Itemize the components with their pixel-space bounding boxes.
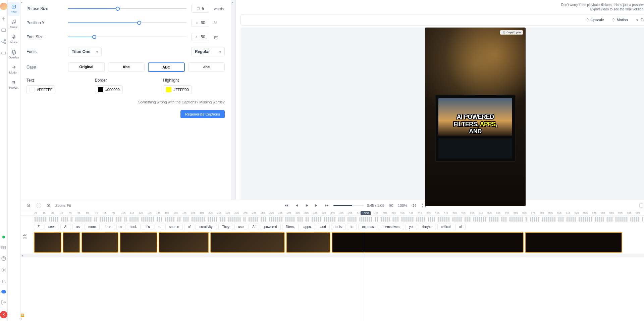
- share-icon[interactable]: [1, 39, 6, 44]
- waveform-segment[interactable]: [416, 217, 426, 222]
- case-upper-button[interactable]: ABC: [148, 62, 185, 72]
- zoom-in-button[interactable]: [45, 202, 52, 209]
- waveform-segment[interactable]: [219, 217, 226, 222]
- waveform-segment[interactable]: [642, 217, 644, 222]
- waveform-segment[interactable]: [594, 217, 604, 222]
- waveform-segment[interactable]: [489, 217, 499, 222]
- waveform-segment[interactable]: [243, 217, 247, 222]
- font-weight-dropdown[interactable]: Regular: [191, 47, 225, 56]
- waveform-segment[interactable]: [428, 217, 435, 222]
- clip-thumbnail[interactable]: [82, 232, 118, 253]
- next-frame-button[interactable]: [313, 202, 320, 209]
- waveform-segment[interactable]: [100, 217, 113, 222]
- waveform-segment[interactable]: [338, 217, 345, 222]
- waveform-segment[interactable]: [306, 217, 309, 222]
- gear-icon[interactable]: [1, 267, 6, 273]
- folder-icon[interactable]: [1, 28, 6, 33]
- caption-chip[interactable]: Z: [34, 224, 43, 230]
- caption-chip[interactable]: more: [85, 224, 100, 230]
- caption-chips-row[interactable]: ZseesAIasmorethanatool.It'sasourceofcrea…: [20, 223, 644, 231]
- caption-chip[interactable]: they're: [419, 224, 436, 230]
- highlight-color-picker[interactable]: #FFFF00: [163, 85, 192, 94]
- caption-chip[interactable]: tool.: [127, 224, 141, 230]
- clip-thumbnail[interactable]: [332, 232, 524, 253]
- caption-chip[interactable]: tools: [331, 224, 345, 230]
- font-size-slider[interactable]: [68, 34, 186, 40]
- scroll-up-icon[interactable]: ▴: [21, 1, 22, 4]
- waveform-segment[interactable]: [525, 217, 528, 222]
- clip-thumbnail[interactable]: [120, 232, 157, 253]
- waveform-row[interactable]: [20, 216, 644, 223]
- scroll-left-icon[interactable]: ◂: [21, 254, 23, 257]
- border-color-picker[interactable]: #000000: [95, 85, 123, 94]
- tool-text[interactable]: Text: [8, 2, 20, 16]
- tool-motion[interactable]: Motion: [8, 62, 20, 76]
- waveform-segment[interactable]: [115, 217, 122, 222]
- time-ruler[interactable]: 0s1s2s3s4s5s6s7s8s9s10s11s12s13s14s15s16…: [20, 211, 644, 216]
- caption-chip[interactable]: and: [317, 224, 330, 230]
- waveform-segment[interactable]: [530, 217, 540, 222]
- case-lower-button[interactable]: abc: [188, 62, 225, 72]
- waveform-segment[interactable]: [567, 217, 577, 222]
- caption-chip[interactable]: as: [72, 224, 84, 230]
- waveform-segment[interactable]: [392, 217, 399, 222]
- waveform-segment[interactable]: [297, 217, 304, 222]
- clip-thumbnail[interactable]: [159, 232, 209, 253]
- waveform-segment[interactable]: [61, 217, 68, 222]
- case-abc-button[interactable]: Abc: [108, 62, 145, 72]
- zoom-out-button[interactable]: [25, 202, 32, 209]
- waveform-segment[interactable]: [375, 217, 378, 222]
- waveform-segment[interactable]: [630, 217, 640, 222]
- caption-chip[interactable]: of: [455, 224, 466, 230]
- waveform-segment[interactable]: [165, 217, 175, 222]
- caption-chip[interactable]: sees: [45, 224, 59, 230]
- phrase-size-slider[interactable]: [68, 6, 186, 11]
- volume-button[interactable]: [411, 202, 417, 209]
- waveform-segment[interactable]: [452, 217, 463, 222]
- waveform-segment[interactable]: [261, 217, 267, 222]
- scroll-right-icon[interactable]: ▸: [19, 317, 20, 320]
- scroll-up-icon[interactable]: ▴: [232, 1, 233, 4]
- caption-chip[interactable]: apps,: [300, 224, 315, 230]
- waveform-segment[interactable]: [157, 217, 163, 222]
- caption-chip[interactable]: It's: [142, 224, 153, 230]
- waveform-segment[interactable]: [465, 217, 471, 222]
- waveform-segment[interactable]: [49, 217, 59, 222]
- tool-music[interactable]: Music: [8, 17, 20, 31]
- skip-forward-button[interactable]: [323, 202, 330, 209]
- waveform-segment[interactable]: [579, 217, 592, 222]
- upscale-button[interactable]: Upscale: [583, 16, 607, 23]
- clip-thumbnail[interactable]: [286, 232, 330, 253]
- waveform-segment[interactable]: [94, 217, 98, 222]
- waveform-segment[interactable]: [70, 217, 73, 222]
- fit-button[interactable]: [35, 202, 42, 209]
- preview-canvas[interactable]: 🐰CopyCopter AI POWERED FILTERS, APPS, AN…: [240, 28, 644, 206]
- caption-chip[interactable]: express: [358, 224, 377, 230]
- thumb-scroll[interactable]: ◂ ▸: [20, 254, 644, 257]
- text-color-picker[interactable]: #FFFFFF: [26, 85, 55, 94]
- waveform-segment[interactable]: [401, 217, 414, 222]
- skip-back-button[interactable]: [283, 202, 290, 209]
- clip-thumbnail[interactable]: [63, 232, 80, 253]
- motion-button[interactable]: Motion: [609, 16, 631, 23]
- waveform-segment[interactable]: [183, 217, 190, 222]
- case-original-button[interactable]: Original: [68, 62, 105, 72]
- progress-bar[interactable]: [333, 205, 364, 206]
- waveform-segment[interactable]: [228, 217, 241, 222]
- app-logo[interactable]: [0, 3, 7, 10]
- caption-chip[interactable]: yet: [406, 224, 417, 230]
- caption-chip[interactable]: a: [155, 224, 164, 230]
- generate-button[interactable]: Generate: [633, 16, 644, 23]
- thumbnails-row[interactable]: 20 20: [20, 231, 644, 254]
- tool-voice[interactable]: Voice: [8, 32, 20, 46]
- waveform-segment[interactable]: [124, 217, 127, 222]
- position-y-value[interactable]: 60: [191, 19, 209, 27]
- waveform-segment[interactable]: [359, 217, 373, 222]
- caption-chip[interactable]: They: [218, 224, 233, 230]
- user-avatar[interactable]: K: [0, 311, 7, 318]
- caption-chip[interactable]: of: [184, 224, 194, 230]
- waveform-segment[interactable]: [207, 217, 217, 222]
- play-button[interactable]: [303, 202, 310, 209]
- caption-chip[interactable]: source: [165, 224, 183, 230]
- phrase-size-value[interactable]: 5: [191, 5, 209, 13]
